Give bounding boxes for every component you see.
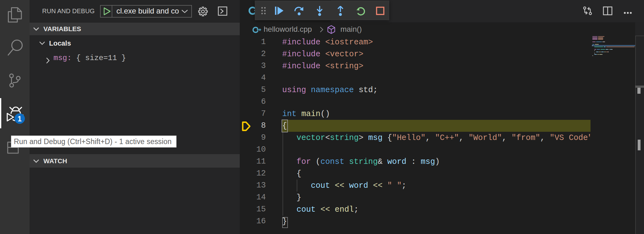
svg-text:1: 1 — [18, 115, 22, 123]
